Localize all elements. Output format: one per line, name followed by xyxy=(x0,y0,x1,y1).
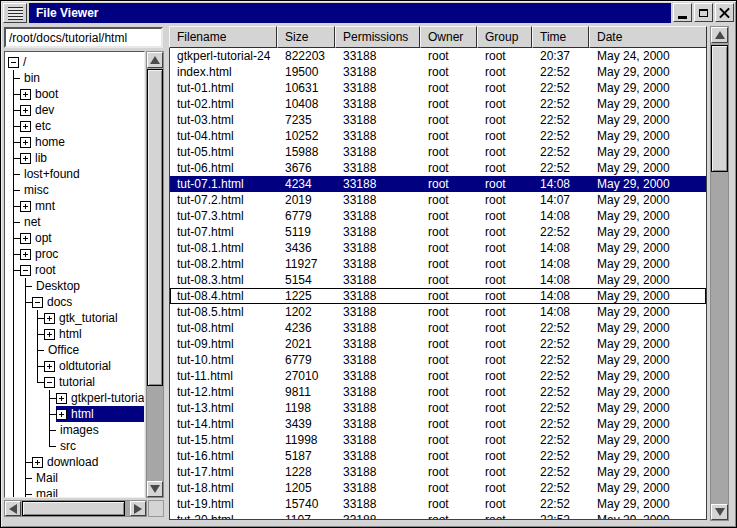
tree-item[interactable]: images xyxy=(8,422,144,438)
expander-plus-icon[interactable] xyxy=(20,121,31,132)
table-row[interactable]: tut-18.html120533188rootroot22:52May 29,… xyxy=(170,480,706,496)
expander-plus-icon[interactable] xyxy=(32,457,43,468)
column-header-time[interactable]: Time xyxy=(532,26,589,48)
table-row[interactable]: tut-06.html367633188rootroot22:52May 29,… xyxy=(170,160,706,176)
table-row[interactable]: gtkperl-tutorial-2482220333188rootroot20… xyxy=(170,48,706,64)
table-row[interactable]: tut-11.html2701033188rootroot22:52May 29… xyxy=(170,368,706,384)
tree-item[interactable]: boot xyxy=(8,86,144,102)
table-row[interactable]: tut-02.html1040833188rootroot22:52May 29… xyxy=(170,96,706,112)
tree-item[interactable]: net xyxy=(8,214,144,230)
table-row[interactable]: tut-08.3.html515433188rootroot14:08May 2… xyxy=(170,272,706,288)
tree-item[interactable]: home xyxy=(8,134,144,150)
tree-item[interactable]: dev xyxy=(8,102,144,118)
column-header-owner[interactable]: Owner xyxy=(420,26,477,48)
table-row[interactable]: tut-04.html1025233188rootroot22:52May 29… xyxy=(170,128,706,144)
tree-item[interactable]: misc xyxy=(8,182,144,198)
table-row[interactable]: tut-07.1.html423433188rootroot14:08May 2… xyxy=(170,176,706,192)
expander-plus-icon[interactable] xyxy=(56,393,67,404)
file-list[interactable]: gtkperl-tutorial-2482220333188rootroot20… xyxy=(169,48,707,520)
tree-item[interactable]: Office xyxy=(8,342,144,358)
list-vertical-scrollbar-thumb[interactable] xyxy=(711,45,728,172)
table-row[interactable]: tut-08.html423633188rootroot22:52May 29,… xyxy=(170,320,706,336)
list-scroll-down-button[interactable] xyxy=(711,504,728,520)
tree-item[interactable]: src xyxy=(8,438,144,454)
table-row[interactable]: tut-20.html110733188rootroot22:52May 29,… xyxy=(170,512,706,520)
tree-item[interactable]: Mail xyxy=(8,470,144,486)
table-row[interactable]: tut-05.html1598833188rootroot22:52May 29… xyxy=(170,144,706,160)
table-row[interactable]: index.html1950033188rootroot22:52May 29,… xyxy=(170,64,706,80)
expander-plus-icon[interactable] xyxy=(20,89,31,100)
tree-scroll-down-button[interactable] xyxy=(147,481,163,497)
close-button[interactable] xyxy=(715,3,734,22)
expander-plus-icon[interactable] xyxy=(44,313,55,324)
tree-item[interactable]: root xyxy=(8,262,144,278)
window-menu-button[interactable] xyxy=(3,3,27,23)
tree-horizontal-scrollbar[interactable] xyxy=(4,500,147,517)
expander-plus-icon[interactable] xyxy=(20,233,31,244)
list-vertical-scrollbar[interactable] xyxy=(710,26,729,521)
expander-minus-icon[interactable] xyxy=(20,265,31,276)
expander-plus-icon[interactable] xyxy=(20,201,31,212)
table-row[interactable]: tut-12.html981133188rootroot22:52May 29,… xyxy=(170,384,706,400)
table-row[interactable]: tut-13.html119833188rootroot22:52May 29,… xyxy=(170,400,706,416)
column-header-group[interactable]: Group xyxy=(477,26,532,48)
expander-plus-icon[interactable] xyxy=(20,153,31,164)
tree-item[interactable]: gtkperl-tutoria xyxy=(8,390,144,406)
path-input[interactable] xyxy=(4,27,163,48)
table-row[interactable]: tut-08.5.html120233188rootroot14:08May 2… xyxy=(170,304,706,320)
column-header-date[interactable]: Date xyxy=(589,26,707,48)
expander-minus-icon[interactable] xyxy=(32,297,43,308)
directory-tree[interactable]: /binbootdevetchomeliblost+foundmiscmntne… xyxy=(4,51,145,498)
expander-plus-icon[interactable] xyxy=(44,329,55,340)
tree-item[interactable]: oldtutorial xyxy=(8,358,144,374)
table-row[interactable]: tut-16.html518733188rootroot22:52May 29,… xyxy=(170,448,706,464)
expander-plus-icon[interactable] xyxy=(20,137,31,148)
column-header-filename[interactable]: Filename xyxy=(169,26,277,48)
table-row[interactable]: tut-10.html677933188rootroot22:52May 29,… xyxy=(170,352,706,368)
tree-item[interactable]: Desktop xyxy=(8,278,144,294)
tree-item[interactable]: download xyxy=(8,454,144,470)
minimize-button[interactable] xyxy=(673,3,692,22)
maximize-button[interactable] xyxy=(694,3,713,22)
tree-item[interactable]: tutorial xyxy=(8,374,144,390)
expander-plus-icon[interactable] xyxy=(56,409,67,420)
tree-vertical-scrollbar-thumb[interactable] xyxy=(147,69,163,386)
table-row[interactable]: tut-08.1.html343633188rootroot14:08May 2… xyxy=(170,240,706,256)
tree-scroll-left-button[interactable] xyxy=(5,501,21,516)
tree-scroll-up-button[interactable] xyxy=(147,52,163,68)
tree-item[interactable]: lost+found xyxy=(8,166,144,182)
table-row[interactable]: tut-09.html202133188rootroot22:52May 29,… xyxy=(170,336,706,352)
tree-item[interactable]: gtk_tutorial xyxy=(8,310,144,326)
tree-item[interactable]: html xyxy=(8,406,144,422)
tree-item[interactable]: etc xyxy=(8,118,144,134)
tree-item[interactable]: docs xyxy=(8,294,144,310)
titlebar[interactable]: File Viewer xyxy=(29,3,671,23)
tree-horizontal-scrollbar-thumb[interactable] xyxy=(22,501,125,516)
tree-item[interactable]: proc xyxy=(8,246,144,262)
table-row[interactable]: tut-07.3.html677933188rootroot14:08May 2… xyxy=(170,208,706,224)
expander-minus-icon[interactable] xyxy=(8,57,19,68)
table-row[interactable]: tut-17.html122833188rootroot22:52May 29,… xyxy=(170,464,706,480)
tree-item[interactable]: opt xyxy=(8,230,144,246)
table-row[interactable]: tut-01.html1063133188rootroot22:52May 29… xyxy=(170,80,706,96)
expander-plus-icon[interactable] xyxy=(20,105,31,116)
table-row[interactable]: tut-15.html1199833188rootroot22:52May 29… xyxy=(170,432,706,448)
table-row[interactable]: tut-07.html511933188rootroot22:52May 29,… xyxy=(170,224,706,240)
column-header-size[interactable]: Size xyxy=(277,26,335,48)
column-header-perm[interactable]: Permissions xyxy=(335,26,420,48)
table-row[interactable]: tut-14.html343933188rootroot22:52May 29,… xyxy=(170,416,706,432)
expander-minus-icon[interactable] xyxy=(44,377,55,388)
expander-plus-icon[interactable] xyxy=(44,361,55,372)
table-row[interactable]: tut-03.html723533188rootroot22:52May 29,… xyxy=(170,112,706,128)
tree-scroll-right-button[interactable] xyxy=(130,501,146,516)
tree-item[interactable]: html xyxy=(8,326,144,342)
table-row[interactable]: tut-19.html1574033188rootroot22:52May 29… xyxy=(170,496,706,512)
tree-vertical-scrollbar[interactable] xyxy=(146,51,164,498)
tree-item[interactable]: / xyxy=(8,54,144,70)
list-scroll-up-button[interactable] xyxy=(711,27,728,43)
tree-item[interactable]: bin xyxy=(8,70,144,86)
tree-item[interactable]: mnt xyxy=(8,198,144,214)
tree-item[interactable]: lib xyxy=(8,150,144,166)
table-row[interactable]: tut-08.2.html1192733188rootroot14:08May … xyxy=(170,256,706,272)
table-row[interactable]: tut-07.2.html201933188rootroot14:07May 2… xyxy=(170,192,706,208)
